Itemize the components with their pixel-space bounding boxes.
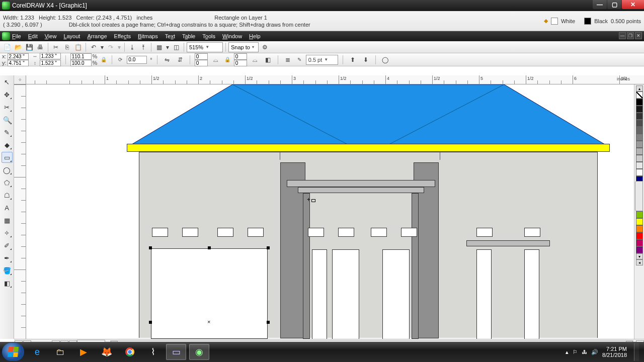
taskbar-explorer-icon[interactable]: 🗀 — [50, 344, 70, 360]
wrap-text-button[interactable]: ≣ — [283, 55, 293, 65]
maximize-button[interactable]: ▢ — [607, 0, 621, 9]
fill-swatch[interactable] — [551, 18, 558, 25]
corner-tr-input[interactable] — [234, 53, 247, 60]
freehand-tool[interactable]: ✎ — [2, 127, 13, 138]
menu-bitmaps[interactable]: Bitmaps — [138, 33, 158, 39]
color-swatch[interactable] — [636, 169, 643, 176]
start-button[interactable] — [2, 343, 24, 361]
menu-layout[interactable]: Layout — [63, 33, 80, 39]
drawing-canvas[interactable]: + × — [26, 84, 632, 339]
doc-minimize-button[interactable]: — — [619, 32, 626, 39]
print-button[interactable]: 🖶 — [35, 42, 45, 52]
cut-button[interactable]: ✂ — [51, 42, 61, 52]
app-launcher-button[interactable]: ▦ — [154, 42, 164, 52]
color-swatch[interactable] — [636, 106, 643, 113]
color-swatch[interactable] — [636, 239, 643, 246]
pick-tool[interactable]: ↖ — [2, 76, 13, 87]
outline-tool[interactable]: ✒ — [2, 252, 13, 263]
menu-table[interactable]: Table — [182, 33, 195, 39]
welcome-button[interactable]: ◫ — [171, 42, 181, 52]
menu-text[interactable]: Text — [165, 33, 175, 39]
doc-close-button[interactable]: ✕ — [635, 32, 642, 39]
tray-flag-icon[interactable]: ⚐ — [573, 349, 578, 355]
doc-restore-button[interactable]: ❐ — [627, 32, 634, 39]
to-curve-button[interactable]: ◧ — [263, 55, 273, 65]
polygon-tool[interactable]: ⬠ — [2, 177, 13, 188]
menu-file[interactable]: File — [12, 33, 21, 39]
color-swatch[interactable] — [636, 246, 643, 253]
scale-x-input[interactable] — [70, 53, 92, 60]
color-swatch[interactable] — [636, 218, 643, 225]
taskbar-bluetooth-icon[interactable]: ⌇ — [143, 344, 163, 360]
mirror-v-button[interactable]: ⇵ — [175, 55, 185, 65]
undo-button[interactable]: ↶ — [89, 42, 99, 52]
eyedropper-tool[interactable]: ✐ — [2, 240, 13, 251]
to-front-button[interactable]: ⬆ — [348, 55, 358, 65]
selection-handle[interactable] — [267, 321, 270, 324]
menu-effects[interactable]: Effects — [114, 33, 131, 39]
menu-help[interactable]: Help — [249, 33, 261, 39]
rectangle-tool[interactable]: ▭ — [2, 152, 13, 163]
convert-button[interactable]: ◯ — [380, 55, 390, 65]
table-tool[interactable]: ▦ — [2, 215, 13, 226]
menu-arrange[interactable]: Arrange — [87, 33, 107, 39]
app-launcher-dropdown[interactable]: ▾ — [165, 42, 170, 52]
palette-scroll-down[interactable]: ▾ — [636, 253, 643, 259]
export-button[interactable]: ⭱ — [138, 42, 148, 52]
color-swatch[interactable] — [636, 141, 643, 148]
tray-network-icon[interactable]: 🖧 — [582, 349, 587, 355]
taskbar-ie-icon[interactable]: e — [27, 344, 47, 360]
menu-edit[interactable]: Edit — [28, 33, 38, 39]
ruler-origin[interactable]: ✧ — [14, 75, 26, 84]
ruler-vertical[interactable] — [14, 84, 26, 339]
no-color-swatch[interactable] — [636, 92, 643, 99]
round-corners2-icon[interactable]: ⌓ — [250, 55, 260, 65]
taskbar-coreldraw-icon[interactable]: ◉ — [189, 344, 209, 360]
height-input[interactable] — [40, 60, 61, 66]
options-button[interactable]: ⚙ — [260, 42, 270, 52]
color-swatch[interactable] — [636, 113, 643, 120]
selection-handle[interactable] — [149, 246, 152, 249]
color-swatch[interactable] — [636, 127, 643, 134]
outline-width-combo[interactable]: 0.5 pt▼ — [306, 55, 338, 65]
interactive-tool[interactable]: ✧ — [2, 227, 13, 238]
mirror-h-button[interactable]: ⇋ — [162, 55, 172, 65]
round-corners-icon[interactable]: ⌓ — [211, 55, 221, 65]
lock-ratio-icon[interactable]: 🔒 — [100, 56, 107, 63]
taskbar-media-icon[interactable]: ▶ — [73, 344, 94, 360]
tray-volume-icon[interactable]: 🔊 — [591, 349, 598, 355]
selection-handle[interactable] — [149, 321, 152, 324]
color-swatch[interactable] — [636, 155, 643, 162]
snap-combo[interactable]: Snap to▾ — [228, 42, 259, 52]
width-input[interactable] — [40, 53, 61, 59]
save-button[interactable]: 💾 — [24, 42, 34, 52]
minimize-button[interactable]: — — [593, 0, 607, 9]
import-button[interactable]: ⭳ — [127, 42, 137, 52]
y-input[interactable] — [8, 60, 29, 66]
selection-handle[interactable] — [208, 246, 211, 249]
taskbar-app1-icon[interactable]: ▭ — [166, 344, 186, 360]
color-swatch[interactable] — [636, 232, 643, 239]
corner-lock-icon[interactable]: 🔒 — [224, 56, 231, 63]
color-swatch[interactable] — [636, 134, 643, 141]
copy-button[interactable]: ⎘ — [62, 42, 72, 52]
corner-br-input[interactable] — [234, 60, 247, 66]
close-button[interactable]: ✕ — [622, 0, 644, 9]
menu-window[interactable]: Window — [222, 33, 242, 39]
color-swatch[interactable] — [636, 99, 643, 106]
color-swatch[interactable] — [636, 211, 643, 218]
shape-tool[interactable]: ✥ — [2, 89, 13, 100]
text-tool[interactable]: A — [2, 202, 13, 213]
color-swatch[interactable] — [636, 225, 643, 232]
palette-scroll-up[interactable]: ▴ — [636, 85, 643, 92]
taskbar-chrome-icon[interactable] — [120, 344, 140, 360]
new-button[interactable]: 📄 — [2, 42, 12, 52]
x-input[interactable] — [8, 53, 29, 60]
selected-rectangle[interactable] — [151, 248, 268, 339]
show-desktop-button[interactable] — [634, 343, 639, 361]
outline-swatch[interactable] — [584, 18, 591, 25]
zoom-combo[interactable]: 515%▼ — [187, 42, 223, 52]
to-back-button[interactable]: ⬇ — [361, 55, 371, 65]
color-swatch[interactable] — [636, 148, 643, 155]
corner-tl-input[interactable] — [195, 53, 208, 60]
